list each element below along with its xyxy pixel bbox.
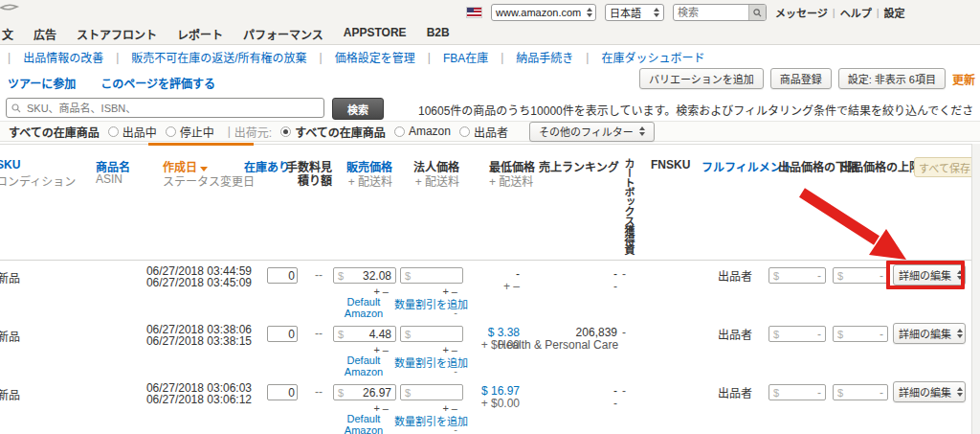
min-price-dash: -: [817, 269, 821, 283]
shipping-template-link[interactable]: Default Amazon Template: [331, 413, 396, 434]
status-changed-date: 06/27/2018 03:06:12: [144, 394, 252, 405]
stock-input[interactable]: [267, 326, 298, 342]
currency-symbol: $: [773, 270, 779, 282]
save-all-button[interactable]: すべて保存: [914, 157, 975, 177]
separator: [428, 51, 431, 64]
subnav-fba-inventory[interactable]: FBA在庫: [443, 49, 488, 65]
subnav-shipments[interactable]: 納品手続き: [516, 49, 573, 65]
inventory-search-input[interactable]: [25, 102, 319, 115]
global-search-input[interactable]: [674, 7, 748, 18]
filter-shipfrom-all-label[interactable]: すべての在庫商品: [295, 124, 386, 140]
min-price-field[interactable]: $-: [768, 326, 826, 342]
min-price-field[interactable]: $-: [768, 267, 826, 284]
language-select[interactable]: 日本語: [605, 4, 664, 21]
seller-central-inventory-page: www.amazon.com 日本語 メッセージ ヘルプ 設定: [0, 0, 980, 434]
buybox-status: -: [622, 384, 626, 398]
separator: [228, 125, 231, 138]
page-links: ツアーに参加 このページを評価する: [8, 75, 215, 91]
min-price-dash: -: [817, 386, 821, 400]
refresh-link[interactable]: 更新: [952, 71, 975, 87]
radio-status-inactive[interactable]: [166, 126, 176, 137]
max-price-field[interactable]: $-: [833, 267, 888, 284]
lowest-price-value[interactable]: $ 16.97: [462, 384, 520, 398]
edit-details-button[interactable]: 詳細の編集: [893, 323, 966, 344]
col-buybox-eligibility: カートボックス獲得資格: [621, 158, 635, 258]
price-input[interactable]: [344, 269, 391, 283]
business-price-field[interactable]: $: [400, 326, 463, 342]
date-cell: 06/27/2018 03:44:59 06/27/2018 03:45:09: [144, 265, 252, 288]
filter-status-active-label[interactable]: 出品中: [122, 124, 157, 140]
global-search-button[interactable]: [748, 5, 766, 20]
more-filters-button[interactable]: その他のフィルター: [529, 122, 655, 142]
select-arrows-icon: [639, 126, 645, 136]
separator: [501, 51, 503, 64]
nav-item-advertising[interactable]: 広告: [33, 26, 56, 42]
col-sku[interactable]: SKU: [0, 158, 20, 171]
scrollbar-track[interactable]: [971, 144, 980, 434]
currency-symbol: $: [773, 329, 779, 340]
separator: [586, 51, 589, 64]
filter-shipfrom-amazon-label[interactable]: Amazon: [409, 125, 451, 138]
price-field[interactable]: $: [333, 326, 396, 342]
radio-status-active[interactable]: [108, 126, 119, 137]
help-link[interactable]: ヘルプ: [840, 5, 872, 20]
nav-item-reports[interactable]: レポート: [177, 26, 223, 42]
radio-shipfrom-all[interactable]: [280, 126, 291, 137]
select-arrows-icon: [957, 270, 963, 280]
nav-item-storefront[interactable]: ストアフロント: [77, 26, 157, 42]
col-stock[interactable]: 在庫あり: [244, 158, 290, 174]
subnav-manage-pricing[interactable]: 価格設定を管理: [335, 49, 415, 65]
settings-link[interactable]: 設定: [884, 5, 905, 20]
subnav-remove-inventory[interactable]: 販売不可在庫の返送/所有権の放棄: [131, 49, 306, 65]
messages-link[interactable]: メッセージ: [775, 5, 828, 20]
business-price-field[interactable]: $: [400, 384, 463, 400]
business-price-input[interactable]: [411, 328, 458, 341]
max-price-field[interactable]: $-: [833, 384, 888, 400]
col-sales-rank: 売上ランキング: [539, 158, 617, 174]
col-fnsku: FNSKU: [651, 158, 690, 171]
filter-status-all-label[interactable]: すべての在庫商品: [9, 124, 100, 140]
filter-status-inactive-label[interactable]: 停止中: [180, 124, 214, 140]
radio-shipfrom-amazon[interactable]: [394, 126, 405, 137]
sort-indicator-bar: [148, 143, 254, 146]
separator: [8, 51, 11, 64]
search-button[interactable]: 検索: [332, 98, 384, 120]
nav-item-performance[interactable]: パフォーマンス: [243, 26, 323, 42]
nav-item-appstore[interactable]: APPSTORE: [344, 26, 407, 42]
col-asin: ASIN: [96, 172, 122, 186]
fee-estimate: --: [315, 327, 328, 340]
min-price-field[interactable]: $-: [768, 384, 826, 400]
nav-item-orders[interactable]: 文: [2, 26, 13, 42]
subnav-improve-listings[interactable]: 出品情報の改善: [23, 49, 103, 65]
price-field[interactable]: $: [333, 384, 396, 400]
preferences-button[interactable]: 設定: 非表示 6項目: [838, 68, 946, 89]
currency-symbol: $: [837, 329, 843, 340]
business-dash: -: [400, 423, 457, 434]
filter-shipfrom-seller-label[interactable]: 出品者: [474, 124, 508, 140]
stock-input[interactable]: [267, 267, 298, 284]
business-price-input[interactable]: [411, 269, 458, 283]
add-variation-button[interactable]: バリエーションを追加: [639, 68, 764, 89]
buybox-status: -: [622, 267, 626, 281]
rate-page-link[interactable]: このページを評価する: [100, 75, 215, 91]
price-input[interactable]: [344, 328, 391, 341]
lowest-price-value[interactable]: $ 3.38: [462, 326, 520, 339]
marketplace-value: www.amazon.com: [496, 7, 581, 18]
nav-item-b2b[interactable]: B2B: [427, 26, 450, 42]
stock-input[interactable]: [267, 384, 298, 400]
radio-shipfrom-seller[interactable]: [459, 126, 470, 137]
separator: [116, 51, 119, 64]
take-tour-link[interactable]: ツアーに参加: [8, 75, 76, 91]
max-price-field[interactable]: $-: [833, 326, 888, 342]
price-field[interactable]: $: [333, 267, 396, 284]
add-product-button[interactable]: 商品登録: [770, 68, 832, 89]
table-header: SKU コンディション 商品名 ASIN 作成日 ステータス変更日 在庫あり 手…: [0, 144, 980, 261]
marketplace-select[interactable]: www.amazon.com: [491, 4, 596, 21]
edit-details-button[interactable]: 詳細の編集: [893, 264, 966, 286]
col-status-changed: ステータス変更日: [163, 172, 255, 189]
edit-details-button[interactable]: 詳細の編集: [893, 381, 966, 402]
subnav-inventory-dashboard[interactable]: 在庫ダッシュボード: [601, 49, 704, 65]
business-price-input[interactable]: [411, 386, 458, 400]
price-input[interactable]: [344, 386, 391, 400]
business-price-field[interactable]: $: [400, 267, 463, 284]
